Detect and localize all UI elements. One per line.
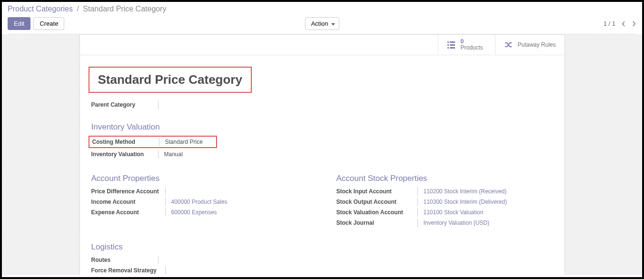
field-stock-output: Stock Output Account 110300 Stock Interi… xyxy=(337,198,553,206)
section-inventory-valuation: Inventory Valuation xyxy=(91,122,553,132)
field-costing-method: Costing Method Standard Price xyxy=(92,138,213,146)
label-stock-valuation: Stock Valuation Account xyxy=(337,209,417,216)
section-logistics: Logistics xyxy=(91,242,553,252)
svg-rect-3 xyxy=(450,44,455,46)
stat-products[interactable]: 0 Products xyxy=(438,35,495,55)
value-stock-journal[interactable]: Inventory Valuation (USD) xyxy=(424,219,490,226)
label-inventory-valuation: Inventory Valuation xyxy=(91,151,158,158)
label-stock-input: Stock Input Account xyxy=(337,188,417,195)
stat-putaway-label: Putaway Rules xyxy=(517,41,555,48)
field-price-diff: Price Difference Account xyxy=(91,187,308,196)
pager-next[interactable] xyxy=(632,20,636,27)
breadcrumb-root[interactable]: Product Categories xyxy=(8,5,73,13)
shuffle-icon xyxy=(504,40,513,49)
pager: 1 / 1 xyxy=(604,20,636,27)
stat-products-count: 0 xyxy=(460,39,483,44)
field-removal: Force Removal Strategy xyxy=(91,266,553,275)
value-stock-input[interactable]: 110200 Stock Interim (Received) xyxy=(424,188,507,195)
action-bar: Edit Create Action 1 / 1 xyxy=(8,17,636,34)
field-stock-input: Stock Input Account 110200 Stock Interim… xyxy=(337,187,553,196)
svg-rect-4 xyxy=(447,47,449,49)
field-income: Income Account 400000 Product Sales xyxy=(91,198,308,206)
svg-rect-1 xyxy=(450,41,455,43)
value-costing-method: Standard Price xyxy=(165,139,203,145)
svg-rect-0 xyxy=(447,41,449,43)
chevron-left-icon xyxy=(621,20,626,27)
label-costing-method: Costing Method xyxy=(92,139,159,145)
pager-text: 1 / 1 xyxy=(604,20,615,27)
label-expense: Expense Account xyxy=(91,209,165,216)
field-expense: Expense Account 600000 Expenses xyxy=(91,208,308,217)
value-stock-valuation[interactable]: 110100 Stock Valuation xyxy=(424,209,484,216)
page-title: Standard Price Category xyxy=(98,72,242,87)
value-income[interactable]: 400000 Product Sales xyxy=(171,199,228,205)
breadcrumb: Product Categories / Standard Price Cate… xyxy=(8,5,636,13)
label-stock-output: Stock Output Account xyxy=(337,199,417,205)
breadcrumb-sep: / xyxy=(77,5,79,13)
label-price-diff: Price Difference Account xyxy=(91,188,165,195)
svg-rect-2 xyxy=(447,44,449,46)
create-button[interactable]: Create xyxy=(33,17,64,30)
form-sheet: 0 Products Putaway Rules Standard Price … xyxy=(79,34,565,275)
chevron-right-icon xyxy=(632,20,636,27)
list-icon xyxy=(447,40,456,49)
label-parent-category: Parent Category xyxy=(91,101,158,108)
label-routes: Routes xyxy=(91,257,158,263)
label-stock-journal: Stock Journal xyxy=(337,219,417,226)
title-highlight: Standard Price Category xyxy=(89,67,252,93)
costing-method-highlight: Costing Method Standard Price xyxy=(89,136,217,148)
value-expense[interactable]: 600000 Expenses xyxy=(171,209,217,216)
value-inventory-valuation: Manual xyxy=(164,151,183,158)
label-removal: Force Removal Strategy xyxy=(91,267,165,274)
action-dropdown[interactable]: Action xyxy=(305,17,339,30)
section-account-properties: Account Properties xyxy=(91,174,308,183)
field-stock-journal: Stock Journal Inventory Valuation (USD) xyxy=(337,219,553,227)
svg-rect-5 xyxy=(450,47,455,49)
pager-prev[interactable] xyxy=(621,20,626,27)
field-stock-valuation: Stock Valuation Account 110100 Stock Val… xyxy=(337,208,553,217)
section-account-stock: Account Stock Properties xyxy=(337,174,553,183)
breadcrumb-current: Standard Price Category xyxy=(83,5,166,13)
edit-button[interactable]: Edit xyxy=(8,17,30,30)
field-parent-category: Parent Category xyxy=(91,100,553,109)
label-income: Income Account xyxy=(91,199,165,205)
field-routes: Routes xyxy=(91,256,553,264)
stat-products-label: Products xyxy=(460,44,483,51)
stat-bar: 0 Products Putaway Rules xyxy=(80,35,565,55)
value-stock-output[interactable]: 110300 Stock Interim (Delivered) xyxy=(424,199,507,205)
stat-putaway[interactable]: Putaway Rules xyxy=(495,35,564,55)
field-inventory-valuation: Inventory Valuation Manual xyxy=(91,150,553,159)
